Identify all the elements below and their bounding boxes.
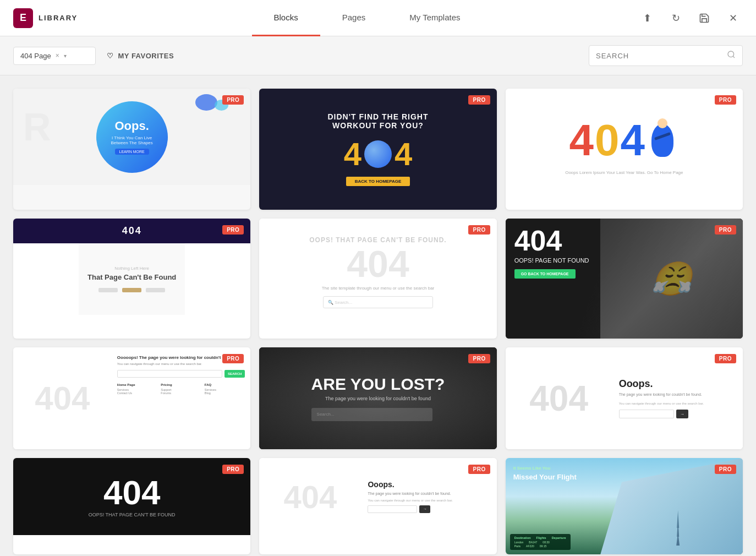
pro-badge: PRO bbox=[715, 95, 736, 105]
library-title: LIBRARY bbox=[39, 14, 78, 22]
white-partial-content: Ooops. The page you were looking for cou… bbox=[361, 475, 496, 519]
search-cols-number: 404 bbox=[13, 347, 112, 449]
pro-badge: PRO bbox=[222, 465, 244, 474]
header: E LIBRARY Blocks Pages My Templates ⬆ ↻ … bbox=[0, 0, 756, 36]
ooops-desc: The page you were looking for couldn't b… bbox=[619, 392, 736, 398]
svg-point-0 bbox=[728, 51, 734, 57]
card4-buttons bbox=[98, 288, 165, 292]
close-button[interactable]: ✕ bbox=[723, 8, 743, 28]
oops2-search-placeholder: 🔍 Search... bbox=[328, 300, 352, 305]
card-thumbnail: ARE YOU LOST? The page you were looking … bbox=[259, 347, 496, 449]
card-thumbnail: DIDN'T FIND THE RIGHTWORKOUT FOR YOU? 4 … bbox=[259, 89, 496, 210]
travel-table: Destination Flights Departure London BA1… bbox=[510, 534, 571, 550]
pro-badge: PRO bbox=[715, 465, 736, 474]
face404-number: 404 bbox=[514, 226, 589, 255]
lost-content: ARE YOU LOST? The page you were looking … bbox=[311, 376, 445, 421]
face404-subtitle: OOPS! PAGE NOT FOUND bbox=[514, 257, 589, 264]
oops-circle-graphic: Oops. I Think You Can LiveBetween The Sh… bbox=[96, 101, 168, 173]
white-partial-desc: The page you were looking for couldn't b… bbox=[368, 491, 490, 497]
refresh-button[interactable]: ↻ bbox=[666, 8, 686, 28]
template-card-are-you-lost[interactable]: PRO ARE YOU LOST? The page you were look… bbox=[259, 347, 496, 449]
main-tabs: Blocks Pages My Templates bbox=[110, 0, 624, 36]
pro-badge: PRO bbox=[468, 95, 490, 105]
template-card-oops-cant-found[interactable]: PRO OOPS! THAT PAGE CAN'T BE FOUND. 404 … bbox=[259, 219, 496, 339]
ooops-search: → bbox=[619, 410, 736, 418]
travel-text-block: It Seems Like You Missed Your Flight bbox=[513, 466, 577, 482]
template-grid: PRO R Oops. I Think You Can LiveBetween … bbox=[0, 75, 756, 556]
oops2-desc: The site template through our menu or us… bbox=[322, 286, 435, 291]
header-actions: ⬆ ↻ ✕ bbox=[624, 8, 756, 28]
card-thumbnail: 404 Nothing Left Here That Page Can't Be… bbox=[13, 219, 250, 315]
oops2-number: 404 bbox=[347, 245, 409, 282]
tab-my-templates[interactable]: My Templates bbox=[387, 0, 482, 36]
content-area: PRO R Oops. I Think You Can LiveBetween … bbox=[0, 75, 756, 556]
search-input[interactable] bbox=[596, 52, 722, 60]
pro-badge: PRO bbox=[222, 95, 244, 105]
travel-title: Missed Your Flight bbox=[513, 473, 577, 482]
category-filter[interactable]: 404 Page × ▾ bbox=[13, 47, 96, 65]
card-thumbnail: 404 Ooops. The page you were looking for… bbox=[506, 347, 743, 449]
ooops-content: Ooops. The page you were looking for cou… bbox=[612, 370, 743, 427]
lost-subtitle: The page you were looking for couldn't b… bbox=[311, 396, 445, 401]
card-thumbnail: R Oops. I Think You Can LiveBetween The … bbox=[13, 89, 250, 185]
decorative-letter: R bbox=[23, 105, 51, 149]
pro-badge: PRO bbox=[222, 354, 244, 363]
template-card-white-partial[interactable]: PRO 404 Ooops. The page you were looking… bbox=[259, 458, 496, 554]
workout-tagline: DIDN'T FIND THE RIGHTWORKOUT FOR YOU? bbox=[328, 112, 429, 130]
white-partial-title: Ooops. bbox=[368, 480, 490, 489]
filter-arrow-icon: ▾ bbox=[64, 53, 67, 59]
travel-badge: It Seems Like You bbox=[513, 466, 577, 471]
card-thumbnail: 😤 404 OOPS! PAGE NOT FOUND GO BACK TO HO… bbox=[506, 219, 743, 339]
lost-title: ARE YOU LOST? bbox=[311, 376, 445, 393]
filter-value: 404 Page bbox=[20, 52, 51, 60]
favorites-button[interactable]: ♡ MY FAVORITES bbox=[105, 47, 176, 64]
template-card-oops-circle[interactable]: PRO R Oops. I Think You Can LiveBetween … bbox=[13, 89, 250, 210]
travel-table-row2: Paris AF220 09:15 bbox=[514, 544, 566, 548]
card4-content: Nothing Left Here That Page Can't Be Fou… bbox=[79, 243, 185, 315]
card-thumbnail: 404 Ooooops! The page you were looking f… bbox=[13, 347, 250, 449]
template-card-travel[interactable]: PRO It Seems Like You Missed Your Flight… bbox=[506, 458, 743, 554]
toolbar: 404 Page × ▾ ♡ MY FAVORITES bbox=[0, 36, 756, 75]
favorites-heart-icon: ♡ bbox=[107, 52, 114, 60]
colorful-404-subtitle: Ooops Lorem Ipsum Your Last Year Was. Go… bbox=[565, 170, 683, 175]
filter-clear-button[interactable]: × bbox=[56, 52, 59, 59]
template-card-colorful-404[interactable]: PRO 4 0 4 Ooops Lorem Ipsum Your Last Ye… bbox=[506, 89, 743, 210]
search-cols-search-btn: SEARCH bbox=[224, 370, 245, 378]
oops-cta-button: LEARN MORE bbox=[115, 149, 149, 155]
svg-line-1 bbox=[733, 56, 735, 58]
ooops-title: Ooops. bbox=[619, 378, 736, 390]
template-card-workout[interactable]: PRO DIDN'T FIND THE RIGHTWORKOUT FOR YOU… bbox=[259, 89, 496, 210]
save-button[interactable] bbox=[694, 8, 714, 28]
pro-badge: PRO bbox=[468, 465, 490, 474]
ooops-subdesc: You can navigate through our menu or use… bbox=[619, 402, 736, 405]
template-card-dark-partial[interactable]: PRO 404 OOPS! THAT PAGE CAN'T BE FOUND bbox=[13, 458, 250, 554]
white-partial-search: → bbox=[368, 505, 490, 513]
card4-number: 404 bbox=[122, 225, 142, 237]
face404-button: GO BACK TO HOMEPAGE bbox=[514, 269, 576, 279]
dark-partial-subtitle: OOPS! THAT PAGE CAN'T BE FOUND bbox=[89, 512, 176, 517]
template-card-ooops-white[interactable]: PRO 404 Ooops. The page you were looking… bbox=[506, 347, 743, 449]
pro-badge: PRO bbox=[715, 354, 736, 363]
card-thumbnail: 404 Ooops. The page you were looking for… bbox=[259, 458, 496, 535]
search-cols-links: Home Page Services Contact Us Pricing Su… bbox=[117, 383, 245, 395]
oops2-search-box[interactable]: 🔍 Search... bbox=[323, 296, 433, 308]
white-partial-number: 404 bbox=[259, 478, 361, 515]
travel-table-header: Destination Flights Departure bbox=[514, 536, 566, 539]
workout-cta-button: BACK TO HOMEPAGE bbox=[346, 177, 410, 186]
template-card-search-cols[interactable]: PRO 404 Ooooops! The page you were looki… bbox=[13, 347, 250, 449]
face404-text-block: 404 OOPS! PAGE NOT FOUND GO BACK TO HOME… bbox=[514, 226, 589, 279]
card-thumbnail: 4 0 4 Ooops Lorem Ipsum Your Last Year W… bbox=[506, 89, 743, 199]
search-area bbox=[589, 45, 743, 66]
card-thumbnail: It Seems Like You Missed Your Flight Des… bbox=[506, 458, 743, 554]
upload-button[interactable]: ⬆ bbox=[637, 8, 657, 28]
lost-search-placeholder: Search... bbox=[317, 412, 335, 417]
lost-search-box[interactable]: Search... bbox=[311, 408, 432, 421]
tab-pages[interactable]: Pages bbox=[320, 0, 388, 36]
card4-title: That Page Can't Be Found bbox=[87, 273, 176, 281]
pro-badge: PRO bbox=[222, 225, 244, 235]
tab-blocks[interactable]: Blocks bbox=[252, 0, 320, 36]
template-card-dark-bar[interactable]: PRO 404 Nothing Left Here That Page Can'… bbox=[13, 219, 250, 339]
template-card-face-404[interactable]: PRO 😤 404 OOPS! PAGE NOT FOUND GO BACK T… bbox=[506, 219, 743, 339]
pro-badge: PRO bbox=[468, 354, 490, 363]
search-icon bbox=[727, 50, 736, 61]
